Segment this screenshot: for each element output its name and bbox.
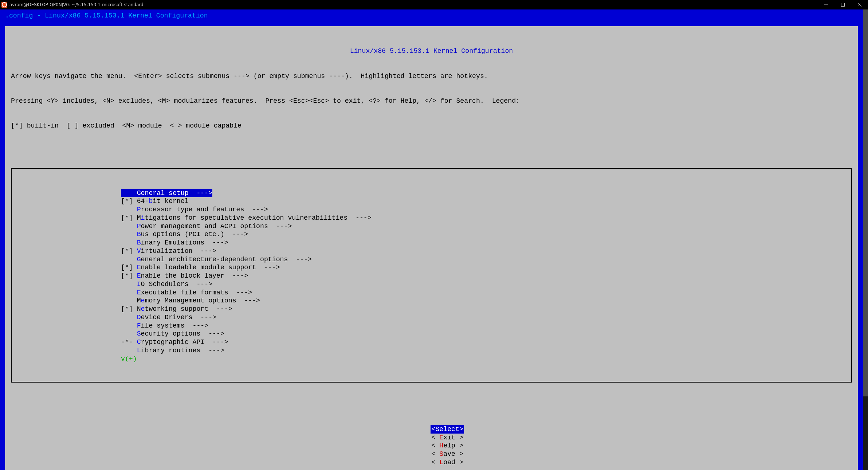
menu-item-state: [*] [121,197,133,205]
hotkey-letter: i [141,214,145,222]
menu-item[interactable]: Library routines ---> [121,346,851,355]
scrollbar-thumb[interactable] [863,9,868,396]
menu-item-state [121,189,133,197]
hotkey-letter: E [137,272,141,279]
menu-item-label: tworking support ---> [145,305,232,313]
panel-help-line: [*] built-in [ ] excluded <M> module < >… [11,122,852,130]
hotkey-letter: V [137,247,141,255]
terminal-app-icon [1,2,7,8]
menu-item[interactable]: Device Drivers ---> [121,313,851,322]
menu-item-state: [*] [121,247,133,255]
hotkey-letter: I [137,281,141,288]
menu-item-label: tigations for speculative execution vuln… [145,214,372,222]
menu-item[interactable]: [*] Virtualization ---> [121,247,851,255]
hotkey-letter: S [137,330,141,337]
minimize-button[interactable] [818,0,834,9]
panel-help-line: Arrow keys navigate the menu. <Enter> se… [11,72,852,81]
menu-item[interactable]: General setup ---> [121,189,212,197]
menu-item-label: ower management and ACPI options ---> [141,223,292,230]
dialog-buttons: <Select> < Exit > < Help > < Save > < Lo… [11,417,852,470]
menu-item[interactable]: [*] Networking support ---> [121,305,851,313]
menu-item[interactable]: [*] Enable the block layer ---> [121,272,851,280]
menu-item-label: us options (PCI etc.) ---> [141,231,248,238]
hotkey-letter: P [137,223,141,230]
menu-item-state [121,281,133,288]
menu-item[interactable]: -*- Cryptographic API ---> [121,338,851,346]
menu-item[interactable]: [*] Enable loadable module support ---> [121,263,851,272]
save-button[interactable]: < Save > [431,450,464,458]
menu-item-state: [*] [121,214,133,222]
menu-item[interactable]: General architecture-dependent options -… [121,255,851,264]
menu-item-label: inary Emulations ---> [141,239,228,246]
hotkey-letter: B [137,231,141,238]
exit-button[interactable]: < Exit > [431,434,464,442]
menu-item-label: nable the block layer ---> [141,272,248,279]
dialog-panel: Linux/x86 5.15.153.1 Kernel Configuratio… [5,26,858,470]
menu-item[interactable]: [*] 64-bit kernel [121,197,851,205]
menu-item-label: xecutable file formats ---> [141,289,252,296]
menu-item-state [121,347,133,354]
terminal-surface: .config - Linux/x86 5.15.153.1 Kernel Co… [0,9,863,470]
hotkey-letter: b [149,197,153,205]
menu-item-label: evice Drivers ---> [141,314,216,321]
menu-item-label: it kernel [153,197,188,205]
menu-item[interactable]: Binary Emulations ---> [121,239,851,247]
menu-item[interactable]: Security options ---> [121,330,851,338]
menu-item-label: ecurity options ---> [141,330,224,337]
menu-item-label: irtualization ---> [141,247,216,255]
menu-item-label: O Schedulers ---> [141,281,212,288]
help-button[interactable]: < Help > [431,442,464,450]
menu-list[interactable]: General setup --->[*] 64-bit kernel Proc… [121,189,851,363]
menu-item[interactable]: IO Schedulers ---> [121,280,851,289]
menu-item-label: ile systems ---> [141,322,209,329]
hotkey-letter: E [137,264,141,271]
menu-item-state [121,239,133,246]
menu-item[interactable]: [*] Mitigations for speculative executio… [121,214,851,222]
menu-item-state [121,289,133,296]
menu-frame: General setup --->[*] 64-bit kernel Proc… [11,168,852,383]
menu-item[interactable]: Power management and ACPI options ---> [121,222,851,231]
panel-title: Linux/x86 5.15.153.1 Kernel Configuratio… [11,47,852,55]
load-button[interactable]: < Load > [431,458,464,467]
menu-item-state: [*] [121,305,133,313]
close-button[interactable] [851,0,868,9]
menu-item-state [121,256,133,263]
hotkey-letter: e [141,297,145,304]
hotkey-letter: C [137,338,141,346]
config-header: .config - Linux/x86 5.15.153.1 Kernel Co… [5,12,858,20]
menu-item-label: mory Management options ---> [145,297,260,304]
menu-item-state [121,231,133,238]
hotkey-letter: e [141,305,145,313]
hotkey-letter: F [137,322,141,329]
menu-item-state [121,322,133,329]
menu-item[interactable]: Executable file formats ---> [121,289,851,297]
menu-item-label: ryptographic API ---> [141,338,228,346]
menu-item-state: -*- [121,338,133,346]
select-button[interactable]: <Select> [431,425,464,434]
hotkey-letter: P [137,206,141,213]
menu-item-state: [*] [121,272,133,279]
menu-item[interactable]: Bus options (PCI etc.) ---> [121,230,851,239]
header-rule [5,21,858,21]
svg-rect-0 [841,3,845,7]
menu-item-state [121,223,133,230]
more-indicator: v(+) [121,355,851,363]
window-title: avram@DESKTOP-QP0NJV0: ~/5.15.153.1-micr… [9,1,144,9]
vertical-scrollbar[interactable] [863,9,868,470]
menu-item[interactable]: File systems ---> [121,322,851,330]
maximize-button[interactable] [834,0,851,9]
menu-item-label: General setup ---> [133,189,212,197]
menu-item[interactable]: Memory Management options ---> [121,297,851,305]
menu-item-state [121,314,133,321]
menuconfig-screen: .config - Linux/x86 5.15.153.1 Kernel Co… [0,9,863,470]
hotkey-letter: L [137,347,141,354]
window-titlebar: avram@DESKTOP-QP0NJV0: ~/5.15.153.1-micr… [0,0,868,9]
menu-item[interactable]: Processor type and features ---> [121,205,851,214]
menu-item-state [121,206,133,213]
titlebar-left: avram@DESKTOP-QP0NJV0: ~/5.15.153.1-micr… [1,1,144,9]
menu-item-state [121,330,133,337]
menu-item-state: [*] [121,264,133,271]
hotkey-letter: E [137,289,141,296]
hotkey-letter: G [137,256,141,263]
menu-item-label: rocessor type and features ---> [141,206,268,213]
